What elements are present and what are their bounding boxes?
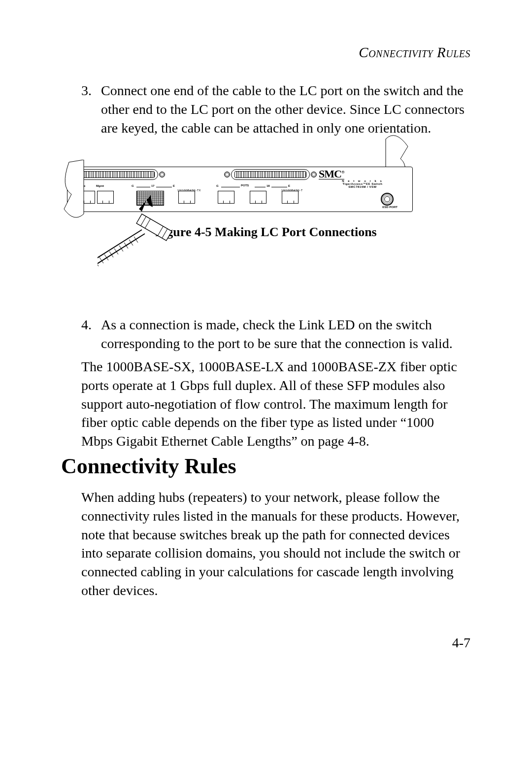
paragraph-sfp: The 1000BASE-SX, 1000BASE-LX and 1000BAS… xyxy=(81,357,468,451)
label-18: 18 xyxy=(266,184,270,187)
rj45-port xyxy=(250,191,266,204)
arrow-line xyxy=(255,187,266,187)
label-eth2: 10/100BASE-T xyxy=(281,189,303,192)
running-head: Connectivity Rules xyxy=(359,44,470,61)
label-g2: G xyxy=(216,184,219,187)
paragraph-rules: When adding hubs (repeaters) to your net… xyxy=(81,488,470,600)
step-number: 3. xyxy=(81,81,101,137)
arrow-line xyxy=(221,187,240,187)
dsub-connector xyxy=(79,169,158,180)
svg-line-11 xyxy=(119,246,123,251)
rj45-port xyxy=(282,191,299,204)
esd-port-icon xyxy=(381,193,394,206)
rj45-port xyxy=(218,191,234,204)
brand-block: SMC® N e t w o r k s TigerAccess™EE Swit… xyxy=(319,169,406,188)
svg-line-13 xyxy=(129,240,133,246)
label-e2: E xyxy=(288,184,290,187)
dsub-connector xyxy=(231,169,310,180)
screw-icon xyxy=(159,172,165,177)
svg-line-12 xyxy=(124,243,128,248)
section-heading: Connectivity Rules xyxy=(61,454,236,479)
page-number: 4-7 xyxy=(452,635,470,651)
label-g: G xyxy=(132,184,134,187)
arrow-line xyxy=(136,187,150,187)
label-mgmt: Mgmt xyxy=(96,184,104,187)
paper-edge-left-icon xyxy=(54,160,89,224)
page: Connectivity Rules 3. Connect one end of… xyxy=(0,0,532,774)
svg-line-10 xyxy=(114,248,118,254)
arrow-line xyxy=(156,187,172,187)
label-eth: 10/100BASE-TX xyxy=(177,189,201,192)
step-number: 4. xyxy=(81,316,101,353)
arrow-line xyxy=(271,187,287,187)
screw-icon xyxy=(224,172,230,177)
label-e: E xyxy=(173,184,175,187)
step-text: As a connection is made, check the Link … xyxy=(101,316,468,353)
screw-icon xyxy=(311,172,317,177)
label-esd: ESD PORT xyxy=(382,206,398,209)
svg-rect-0 xyxy=(136,214,172,241)
lc-cable-icon xyxy=(98,194,206,253)
label-pots: POTS xyxy=(241,184,249,187)
brand-line4: SMC7816M / VSW xyxy=(319,185,406,188)
smc-logo: SMC® xyxy=(319,169,344,179)
figure-4-5: Line Mgmt G 17 E G POTS 18 E 10/100BASE-… xyxy=(64,147,468,240)
label-17: 17 xyxy=(151,184,155,187)
step-4: 4. As a connection is made, check the Li… xyxy=(81,316,468,353)
